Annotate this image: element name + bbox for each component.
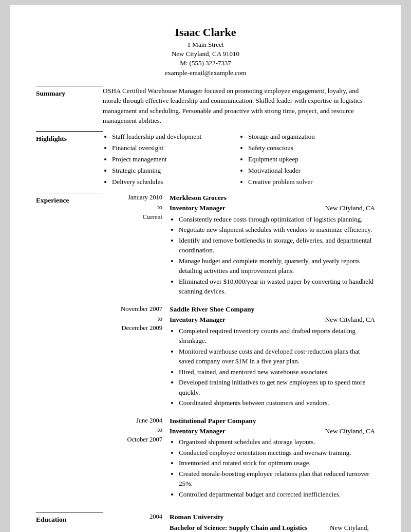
list-item: Equipment upkeep	[248, 154, 375, 165]
list-item: Delivery schedules	[112, 176, 239, 188]
list-item: Eliminated over $10,000/year in wasted p…	[179, 277, 375, 297]
list-item: Consistently reduce costs through optimi…	[179, 214, 375, 225]
exp-title: Inventory Manager	[170, 315, 226, 325]
highlights-col1: Staff leadership and development Financi…	[103, 131, 239, 188]
exp-body: Institutional Paper CompanyInventory Man…	[170, 416, 375, 500]
highlights-content: Staff leadership and development Financi…	[103, 131, 375, 188]
list-item: Staff leadership and development	[112, 131, 239, 142]
exp-title-row: Inventory ManagerNew Cityland, CA	[170, 203, 375, 213]
experience-label: Experience	[36, 193, 103, 507]
list-item: Conducted employee orientation meetings …	[179, 448, 375, 458]
summary-section: Summary OSHA Certified Warehouse Manager…	[36, 86, 375, 126]
exp-bullets: Organized shipment schedules and storage…	[170, 437, 375, 499]
exp-location: New Cityland, CA	[325, 203, 375, 213]
exp-company: Institutional Paper Company	[170, 416, 375, 426]
exp-title-row: Inventory ManagerNew Cityland, CA	[170, 315, 375, 325]
exp-title-row: Inventory ManagerNew Cityland, CA	[170, 426, 375, 436]
list-item: Coordinated shipments between customers …	[179, 398, 375, 408]
list-item: Creative problem solver	[248, 176, 375, 188]
list-item: Organized shipment schedules and storage…	[179, 437, 375, 447]
education-entry: 2004Roman UniversityBachelor of Science:…	[103, 512, 375, 532]
edu-school: Roman University	[170, 512, 375, 522]
education-content: 2004Roman UniversityBachelor of Science:…	[103, 512, 375, 532]
experience-content: January 2010toCurrentMerkleson GrocersIn…	[103, 193, 375, 507]
experience-entry: January 2010toCurrentMerkleson GrocersIn…	[103, 193, 375, 297]
exp-body: Saddle River Shoe CompanyInventory Manag…	[170, 304, 375, 409]
list-item: Manage budget and complete monthly, quar…	[179, 256, 375, 276]
city-state-zip: New Cityland, CA 91010	[36, 49, 375, 59]
highlights-label: Highlights	[36, 131, 103, 188]
highlights-section: Highlights Staff leadership and developm…	[36, 131, 375, 188]
exp-dates: November 2007toDecember 2009	[103, 304, 170, 409]
list-item: Negotiate new shipment schedules with ve…	[179, 225, 375, 235]
exp-company: Merkleson Grocers	[170, 193, 375, 203]
highlights-grid: Staff leadership and development Financi…	[103, 131, 375, 188]
exp-location: New Cityland, CA	[325, 426, 375, 436]
list-item: Monitored warehouse costs and developed …	[179, 346, 375, 366]
list-item: Controlled departmental budget and corre…	[179, 489, 375, 500]
exp-company: Saddle River Shoe Company	[170, 304, 375, 315]
exp-title: Inventory Manager	[170, 426, 226, 436]
exp-location: New Cityland, CA	[325, 315, 375, 325]
full-name: Isaac Clarke	[36, 26, 375, 39]
list-item: Inventoried and rotated stock for optimu…	[179, 458, 375, 468]
experience-entry: June 2004toOctober 2007Institutional Pap…	[103, 416, 375, 500]
list-item: Strategic planning	[112, 165, 239, 176]
phone: M: (555) 322-7337	[36, 59, 375, 68]
edu-location: New Cityland, CA	[330, 523, 375, 532]
experience-entry: November 2007toDecember 2009Saddle River…	[103, 304, 375, 409]
list-item: Motivational leader	[248, 165, 375, 176]
education-section: Education 2004Roman UniversityBachelor o…	[36, 512, 375, 532]
edu-year: 2004	[103, 512, 170, 532]
list-item: Hired, trained, and mentored new warehou…	[179, 367, 375, 377]
email: example-email@example.com	[36, 68, 375, 78]
list-item: Storage and organization	[248, 131, 375, 142]
list-item: Project management	[112, 154, 239, 165]
exp-bullets: Consistently reduce costs through optimi…	[170, 214, 375, 297]
list-item: Developed training initiatives to get ne…	[179, 377, 375, 397]
list-item: Created morale-boosting employee relatio…	[179, 469, 375, 489]
exp-dates: January 2010toCurrent	[103, 193, 170, 297]
edu-body: Roman UniversityBachelor of Science: Sup…	[170, 512, 375, 532]
experience-section: Experience January 2010toCurrentMerkleso…	[36, 193, 375, 507]
summary-label: Summary	[36, 86, 103, 126]
exp-bullets: Completed required inventory counts and …	[170, 326, 375, 408]
list-item: Identify and remove bottlenecks in stora…	[179, 235, 375, 255]
education-label: Education	[36, 512, 103, 532]
edu-degree-row: Bachelor of Science: Supply Chain and Lo…	[170, 523, 375, 532]
summary-text: OSHA Certified Warehouse Manager focused…	[103, 86, 375, 126]
list-item: Financial oversight	[112, 142, 239, 154]
highlights-col2: Storage and organization Safety consciou…	[239, 131, 375, 188]
resume-page: Isaac Clarke 1 Main Street New Cityland,…	[10, 5, 401, 532]
exp-dates: June 2004toOctober 2007	[103, 416, 170, 500]
list-item: Safety conscious	[248, 142, 375, 154]
exp-title: Inventory Manager	[170, 203, 226, 213]
summary-content: OSHA Certified Warehouse Manager focused…	[103, 86, 375, 126]
header: Isaac Clarke 1 Main Street New Cityland,…	[36, 26, 375, 78]
edu-degree: Bachelor of Science: Supply Chain and Lo…	[170, 523, 330, 532]
exp-body: Merkleson GrocersInventory ManagerNew Ci…	[170, 193, 375, 297]
address: 1 Main Street	[36, 40, 375, 49]
list-item: Completed required inventory counts and …	[179, 326, 375, 346]
